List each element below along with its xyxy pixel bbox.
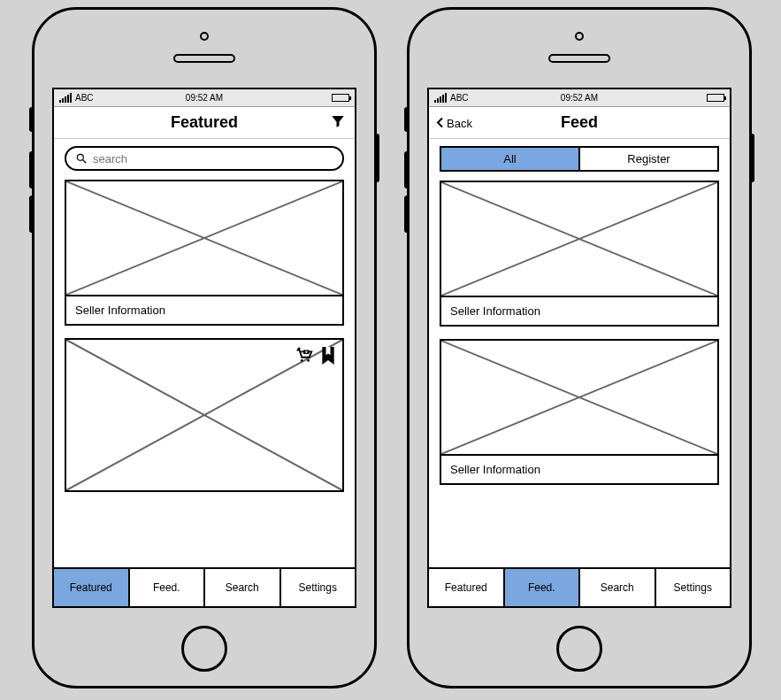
phone-side-button — [29, 107, 34, 132]
signal-icon — [59, 93, 72, 103]
content-area: All Register Seller Information Seller I… — [429, 139, 730, 567]
image-placeholder — [66, 181, 342, 296]
search-icon — [75, 152, 88, 165]
svg-point-0 — [77, 154, 83, 160]
phone-side-button — [29, 196, 34, 233]
svg-line-1 — [83, 160, 87, 164]
carrier-label: ABC — [450, 93, 469, 103]
header: Featured — [54, 107, 355, 139]
tab-featured[interactable]: Featured — [429, 569, 505, 606]
phone-side-button — [404, 107, 410, 132]
tab-settings[interactable]: Settings — [656, 569, 731, 606]
product-card[interactable] — [65, 338, 344, 492]
page-title: Featured — [171, 113, 238, 132]
back-label: Back — [447, 116, 472, 129]
product-card[interactable]: Seller Information — [440, 181, 719, 327]
clock-label: 09:52 AM — [186, 93, 223, 103]
page-title: Feed — [561, 113, 598, 132]
bookmark-icon[interactable] — [319, 345, 337, 370]
search-box[interactable] — [65, 146, 344, 171]
image-placeholder — [441, 341, 717, 456]
screen-feed: ABC 09:52 AM Back Feed All Register Sell… — [427, 88, 731, 608]
search-input[interactable] — [93, 152, 333, 165]
back-button[interactable]: Back — [436, 116, 472, 129]
phone-side-button — [404, 151, 410, 188]
tab-search[interactable]: Search — [580, 569, 656, 606]
header: Back Feed — [429, 107, 730, 139]
phone-side-button — [749, 134, 754, 182]
status-bar: ABC 09:52 AM — [54, 89, 355, 107]
content-area: Seller Information — [54, 139, 355, 567]
phone-frame-feed: ABC 09:52 AM Back Feed All Register Sell… — [407, 7, 752, 688]
home-button[interactable] — [181, 626, 227, 672]
image-placeholder — [441, 182, 717, 297]
phone-side-button — [29, 151, 34, 188]
svg-point-9 — [307, 359, 310, 362]
product-card[interactable]: Seller Information — [65, 180, 344, 326]
phone-side-button — [404, 196, 410, 233]
clock-label: 09:52 AM — [561, 93, 598, 103]
tab-featured[interactable]: Featured — [54, 569, 130, 606]
phone-frame-featured: ABC 09:52 AM Featured Seller Information — [32, 7, 377, 688]
seller-info: Seller Information — [66, 296, 342, 324]
signal-icon — [434, 93, 447, 103]
tab-feed[interactable]: Feed. — [130, 569, 206, 606]
product-card[interactable]: Seller Information — [440, 339, 719, 485]
tab-search[interactable]: Search — [205, 569, 281, 606]
screen-featured: ABC 09:52 AM Featured Seller Information — [52, 88, 356, 608]
add-to-cart-icon[interactable] — [295, 345, 314, 370]
status-bar: ABC 09:52 AM — [429, 89, 730, 107]
battery-icon — [707, 94, 724, 102]
carrier-label: ABC — [75, 93, 94, 103]
phone-camera — [200, 32, 209, 41]
tab-feed[interactable]: Feed. — [505, 569, 581, 606]
svg-point-8 — [301, 359, 303, 362]
tab-bar: Featured Feed. Search Settings — [429, 567, 730, 606]
phone-earpiece — [173, 54, 235, 63]
battery-icon — [332, 94, 349, 102]
segmented-control: All Register — [440, 146, 719, 172]
home-button[interactable] — [556, 626, 602, 672]
filter-icon[interactable] — [330, 113, 346, 133]
segment-all[interactable]: All — [441, 148, 580, 170]
chevron-left-icon — [436, 118, 445, 128]
tab-bar: Featured Feed. Search Settings — [54, 567, 355, 606]
phone-earpiece — [548, 54, 610, 63]
segment-register[interactable]: Register — [580, 148, 717, 170]
seller-info: Seller Information — [441, 456, 717, 483]
tab-settings[interactable]: Settings — [281, 569, 356, 606]
seller-info: Seller Information — [441, 297, 717, 325]
phone-camera — [575, 32, 584, 41]
phone-side-button — [374, 134, 379, 182]
